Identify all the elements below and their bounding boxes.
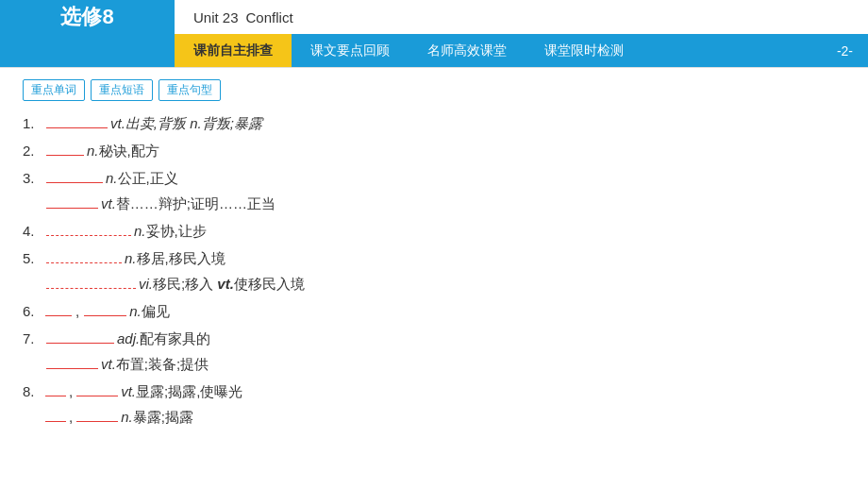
tag-bar: 重点单词 重点短语 重点句型 xyxy=(23,79,845,101)
tag-zhongdianjuxing[interactable]: 重点句型 xyxy=(159,79,221,101)
sub-item: vi.移民;移入 vt.使移民入境 xyxy=(43,271,305,296)
content-area: 重点单词 重点短语 重点句型 1. vt.出卖,背叛 n.背叛;暴露 2. n.… xyxy=(0,68,868,489)
conflict-label: Conflict xyxy=(246,9,293,25)
sub-item: vt.替……辩护;证明……正当 xyxy=(43,191,275,216)
tag-zhongdiancizu[interactable]: 重点短语 xyxy=(91,79,153,101)
list-item: 2. n.秘诀,配方 xyxy=(23,138,845,163)
blank-input[interactable] xyxy=(46,194,98,209)
item-num: 6. xyxy=(23,298,43,324)
sub-item: vt.布置;装备;提供 xyxy=(43,351,209,377)
item-num: 1. xyxy=(23,110,43,136)
nav-tabs: 课前自主排查 课文要点回顾 名师高效课堂 课堂限时检测 -2- xyxy=(175,34,868,67)
blank-input[interactable] xyxy=(76,407,118,422)
blank-input[interactable] xyxy=(46,248,122,263)
item-num: 2. xyxy=(23,138,43,163)
item-num: 4. xyxy=(23,218,43,244)
blank-input[interactable] xyxy=(46,221,131,236)
tab-ziqupaicha[interactable]: 课前自主排查 xyxy=(175,34,292,67)
blank-input[interactable] xyxy=(46,354,98,369)
tab-yaodianhuigu[interactable]: 课文要点回顾 xyxy=(292,34,409,67)
logo-area: 选修8 xyxy=(0,0,175,34)
blank-input[interactable] xyxy=(45,407,66,422)
list-item: 3. n.公正,正义 vt.替……辩护;证明……正当 xyxy=(23,165,845,216)
list-item: 1. vt.出卖,背叛 n.背叛;暴露 xyxy=(23,110,845,136)
blank-input[interactable] xyxy=(46,113,108,128)
tab-xianjianjiancue[interactable]: 课堂限时检测 xyxy=(526,34,643,67)
sub-item: , n.暴露;揭露 xyxy=(43,404,193,430)
unit-label: Unit 23 xyxy=(193,9,239,25)
page-number: -2- xyxy=(822,34,868,67)
blank-input[interactable] xyxy=(45,381,66,396)
tab-gaoxiaoketan[interactable]: 名师高效课堂 xyxy=(409,34,526,67)
list-item: 4. n.妥协,让步 xyxy=(23,218,845,244)
item-num: 5. xyxy=(23,245,43,271)
item-num: 7. xyxy=(23,326,43,351)
list-item: 7. adj.配有家具的 vt.布置;装备;提供 xyxy=(23,326,845,377)
blank-input[interactable] xyxy=(84,301,126,316)
blank-input[interactable] xyxy=(46,329,114,344)
list-item: 5. n.移居,移民入境 vi.移民;移入 vt.使移民入境 xyxy=(23,245,845,296)
nav-logo-spacer xyxy=(0,34,175,67)
blank-input[interactable] xyxy=(46,168,103,183)
tag-zhongdiancihui[interactable]: 重点单词 xyxy=(23,79,85,101)
list-item: 6. , n.偏见 xyxy=(23,298,845,324)
blank-input[interactable] xyxy=(76,381,118,396)
item-num: 8. xyxy=(23,379,43,404)
vocab-list: 1. vt.出卖,背叛 n.背叛;暴露 2. n.秘诀,配方 3. n.公正,正… xyxy=(23,110,845,430)
nav-bar: 课前自主排查 课文要点回顾 名师高效课堂 课堂限时检测 -2- xyxy=(0,34,868,68)
item-num: 3. xyxy=(23,165,43,191)
blank-input[interactable] xyxy=(45,301,72,316)
blank-input[interactable] xyxy=(46,274,136,289)
unit-title: Unit 23 Conflict xyxy=(175,0,312,34)
logo-text: 选修8 xyxy=(60,3,113,31)
blank-input[interactable] xyxy=(46,141,84,156)
list-item: 8. , vt.显露;揭露,使曝光 , n.暴露;揭露 xyxy=(23,379,845,430)
